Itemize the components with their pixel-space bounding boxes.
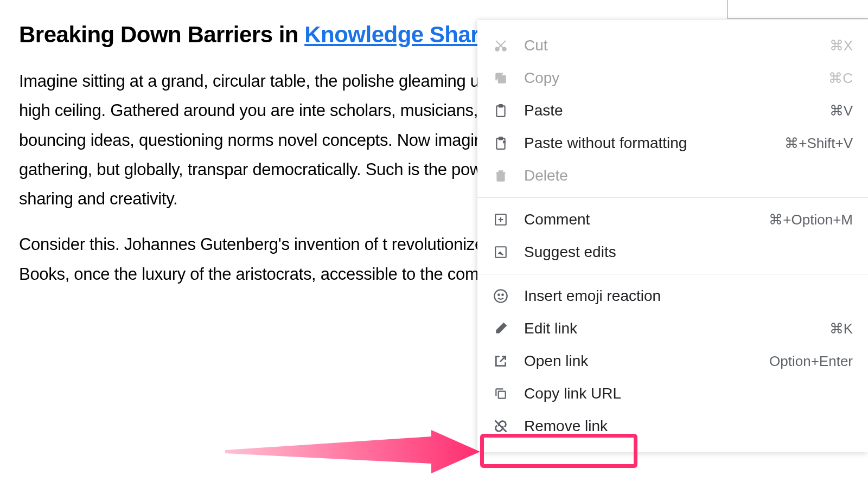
sidebar-corner bbox=[727, 0, 868, 19]
svg-point-19 bbox=[502, 294, 503, 296]
menu-label: Open link bbox=[524, 352, 769, 370]
menu-label: Copy bbox=[524, 69, 828, 87]
menu-divider bbox=[477, 274, 868, 274]
menu-open-link[interactable]: Open link Option+Enter bbox=[477, 345, 868, 377]
menu-remove-link[interactable]: Remove link bbox=[477, 410, 868, 442]
menu-label: Copy link URL bbox=[524, 385, 853, 402]
open-link-icon bbox=[493, 353, 509, 369]
menu-label: Paste bbox=[524, 102, 829, 119]
edit-link-icon bbox=[493, 320, 509, 337]
menu-shortcut: ⌘+Option+M bbox=[769, 211, 853, 228]
menu-label: Paste without formatting bbox=[524, 134, 784, 152]
svg-rect-6 bbox=[499, 105, 503, 107]
menu-shortcut: ⌘+Shift+V bbox=[784, 135, 853, 152]
context-menu: Cut ⌘X Copy ⌘C Paste ⌘V Paste without fo… bbox=[477, 19, 868, 452]
menu-shortcut: ⌘K bbox=[829, 320, 853, 337]
menu-insert-emoji[interactable]: Insert emoji reaction bbox=[477, 280, 868, 312]
menu-paste[interactable]: Paste ⌘V bbox=[477, 94, 868, 127]
menu-edit-link[interactable]: Edit link ⌘K bbox=[477, 312, 868, 345]
menu-label: Edit link bbox=[524, 320, 829, 337]
menu-label: Delete bbox=[524, 167, 853, 184]
menu-label: Suggest edits bbox=[524, 243, 853, 261]
copy-icon bbox=[493, 70, 509, 86]
suggest-edits-icon bbox=[493, 244, 509, 260]
menu-suggest-edits[interactable]: Suggest edits bbox=[477, 236, 868, 268]
svg-line-20 bbox=[500, 356, 506, 362]
menu-delete[interactable]: Delete bbox=[477, 159, 868, 192]
title-hyperlink[interactable]: Knowledge Shar bbox=[304, 22, 479, 47]
svg-marker-23 bbox=[225, 430, 480, 473]
svg-rect-8 bbox=[499, 137, 503, 139]
annotation-arrow bbox=[225, 430, 486, 476]
svg-point-17 bbox=[494, 290, 507, 302]
svg-point-18 bbox=[498, 294, 499, 296]
menu-shortcut: ⌘X bbox=[829, 37, 853, 54]
menu-copy[interactable]: Copy ⌘C bbox=[477, 62, 868, 94]
menu-comment[interactable]: Comment ⌘+Option+M bbox=[477, 203, 868, 236]
menu-divider bbox=[477, 197, 868, 198]
menu-cut[interactable]: Cut ⌘X bbox=[477, 29, 868, 62]
menu-label: Insert emoji reaction bbox=[524, 287, 853, 305]
comment-icon bbox=[493, 211, 509, 228]
svg-point-1 bbox=[502, 47, 506, 51]
copy-link-icon bbox=[493, 386, 509, 402]
menu-label: Cut bbox=[524, 37, 829, 54]
title-text: Breaking Down Barriers in bbox=[19, 22, 304, 47]
menu-copy-link-url[interactable]: Copy link URL bbox=[477, 377, 868, 410]
paste-plain-icon bbox=[493, 135, 509, 151]
menu-label: Comment bbox=[524, 211, 769, 228]
emoji-icon bbox=[493, 288, 509, 304]
delete-icon bbox=[493, 168, 509, 184]
menu-shortcut: ⌘V bbox=[829, 102, 853, 119]
menu-paste-without-formatting[interactable]: Paste without formatting ⌘+Shift+V bbox=[477, 127, 868, 159]
paste-icon bbox=[493, 102, 509, 119]
cut-icon bbox=[493, 37, 509, 54]
menu-label: Remove link bbox=[524, 418, 853, 435]
remove-link-icon bbox=[493, 418, 509, 434]
menu-shortcut: Option+Enter bbox=[769, 353, 853, 370]
svg-rect-21 bbox=[499, 391, 506, 399]
menu-shortcut: ⌘C bbox=[828, 70, 853, 87]
svg-point-0 bbox=[495, 47, 499, 51]
